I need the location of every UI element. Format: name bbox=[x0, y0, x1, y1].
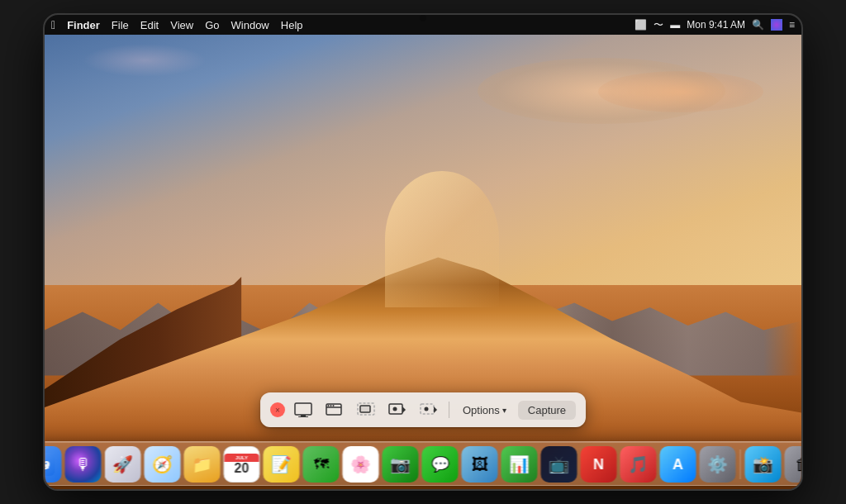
svg-point-7 bbox=[332, 405, 334, 407]
menubar-right: ⬜ 〜 ▬ Mon 9:41 AM 🔍 ≡ bbox=[634, 18, 795, 32]
apple-menu[interactable]:  bbox=[51, 18, 55, 31]
finder-icon bbox=[45, 453, 55, 476]
cloud-2 bbox=[598, 71, 763, 112]
toolbar-separator bbox=[449, 402, 449, 418]
menubar-left:  Finder File Edit View Go Window Help bbox=[51, 18, 634, 31]
svg-rect-2 bbox=[298, 416, 308, 417]
dock-appstore[interactable]: A bbox=[660, 446, 696, 483]
portion-icon bbox=[357, 402, 375, 417]
toolbar-close-button[interactable]: × bbox=[270, 402, 285, 417]
dock-maps[interactable]: 🗺 bbox=[303, 446, 340, 483]
close-icon: × bbox=[275, 406, 280, 415]
dune-highlight bbox=[385, 171, 498, 307]
clock: Mon 9:41 AM bbox=[687, 19, 745, 31]
dock-iphoto[interactable]: 🖼 bbox=[462, 446, 498, 483]
svg-marker-14 bbox=[434, 407, 437, 413]
capture-portion-button[interactable] bbox=[353, 399, 379, 421]
dock-screenshot[interactable]: 📸 bbox=[745, 446, 782, 483]
dock-numbers[interactable]: 📊 bbox=[501, 446, 538, 483]
record-portion-button[interactable] bbox=[416, 399, 442, 421]
dock-files[interactable]: 📁 bbox=[184, 446, 221, 483]
dock-siri[interactable]: 🎙 bbox=[65, 446, 102, 483]
dock-messages[interactable]: 💬 bbox=[422, 446, 459, 483]
dock-tv[interactable]: 📺 bbox=[541, 446, 577, 483]
svg-rect-9 bbox=[360, 406, 370, 412]
dock-news[interactable]: N bbox=[581, 446, 617, 483]
record-screen-icon bbox=[388, 402, 406, 417]
svg-point-15 bbox=[424, 407, 428, 411]
dock-settings[interactable]: ⚙️ bbox=[700, 446, 736, 483]
window-menu[interactable]: Window bbox=[231, 19, 269, 31]
svg-point-20 bbox=[45, 463, 47, 464]
siri-icon[interactable] bbox=[771, 19, 782, 31]
go-menu[interactable]: Go bbox=[205, 19, 219, 31]
dock-trash[interactable]: 🗑 bbox=[785, 446, 802, 483]
svg-rect-0 bbox=[295, 403, 311, 415]
dock-photos[interactable]: 🌸 bbox=[343, 446, 379, 483]
finder-menu[interactable]: Finder bbox=[67, 19, 100, 31]
options-button[interactable]: Options ▾ bbox=[456, 401, 513, 420]
view-menu[interactable]: View bbox=[170, 19, 193, 31]
notification-center-icon[interactable]: ≡ bbox=[789, 19, 795, 31]
wifi-icon[interactable]: 〜 bbox=[654, 18, 663, 32]
capture-button[interactable]: Capture bbox=[518, 401, 576, 420]
svg-point-5 bbox=[327, 405, 329, 407]
capture-window-button[interactable] bbox=[321, 399, 348, 421]
spotlight-icon[interactable]: 🔍 bbox=[752, 19, 764, 31]
airplay-icon[interactable]: ⬜ bbox=[634, 19, 647, 31]
capture-screen-button[interactable] bbox=[290, 399, 316, 421]
dock: 🎙 🚀 🧭 📁 JULY bbox=[45, 441, 801, 486]
screenshot-toolbar: × bbox=[260, 392, 586, 427]
file-menu[interactable]: File bbox=[112, 19, 129, 31]
svg-rect-1 bbox=[301, 415, 306, 416]
dock-safari[interactable]: 🧭 bbox=[145, 446, 181, 483]
menubar:  Finder File Edit View Go Window Help ⬜… bbox=[45, 15, 801, 35]
record-portion-icon bbox=[420, 402, 438, 417]
svg-point-12 bbox=[392, 407, 397, 411]
dock-finder[interactable] bbox=[45, 446, 62, 483]
screen-icon bbox=[294, 402, 312, 417]
battery-icon[interactable]: ▬ bbox=[670, 19, 680, 31]
record-screen-button[interactable] bbox=[384, 399, 411, 421]
window-icon bbox=[326, 402, 344, 417]
mac-frame:  Finder File Edit View Go Window Help ⬜… bbox=[43, 13, 803, 491]
options-label: Options bbox=[463, 404, 500, 416]
edit-menu[interactable]: Edit bbox=[140, 19, 159, 31]
dock-notes[interactable]: 📝 bbox=[264, 446, 300, 483]
dock-launchpad[interactable]: 🚀 bbox=[105, 446, 141, 483]
help-menu[interactable]: Help bbox=[281, 19, 303, 31]
dock-facetime[interactable]: 📷 bbox=[383, 446, 419, 483]
dock-music[interactable]: 🎵 bbox=[620, 446, 657, 483]
screen:  Finder File Edit View Go Window Help ⬜… bbox=[45, 15, 801, 489]
svg-point-6 bbox=[330, 405, 331, 407]
options-chevron-icon: ▾ bbox=[502, 406, 506, 415]
dock-separator bbox=[740, 449, 741, 479]
svg-marker-11 bbox=[402, 407, 406, 413]
dock-calendar[interactable]: JULY 20 bbox=[224, 446, 260, 483]
cloud-3 bbox=[83, 44, 207, 77]
desktop[interactable]: × bbox=[45, 35, 801, 489]
